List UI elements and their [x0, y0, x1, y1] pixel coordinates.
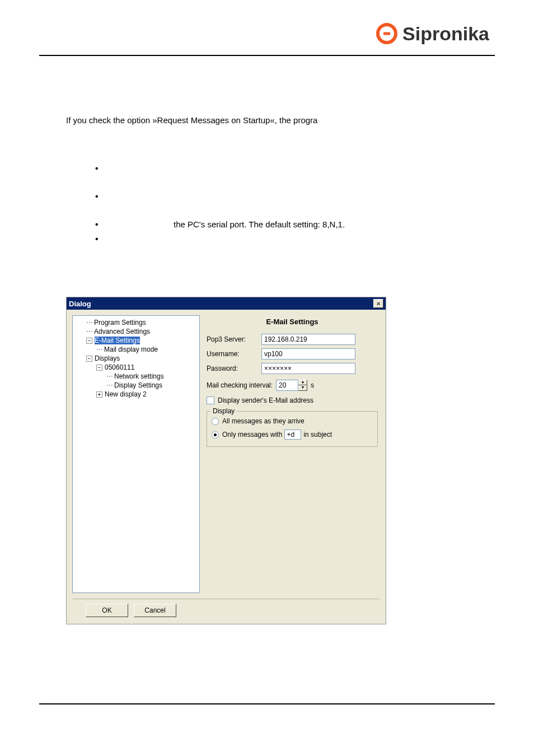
username-input[interactable]: [261, 348, 355, 360]
ok-button[interactable]: OK: [86, 604, 128, 617]
footer-divider: [39, 703, 495, 704]
bullet-2: [95, 192, 345, 202]
header-divider: [39, 55, 495, 56]
radio-only-suffix: in subject: [303, 431, 332, 438]
tree-program-settings[interactable]: ⋯Program Settings: [75, 318, 197, 327]
bullet-4: [95, 234, 345, 244]
subject-tag-input[interactable]: [284, 430, 301, 440]
panel-title: E-Mail Settings: [207, 318, 378, 326]
display-group: Display All messages as they arrive Only…: [207, 411, 378, 447]
tree-mail-display-mode[interactable]: ⋯Mail display mode: [75, 345, 197, 354]
tree-display-settings[interactable]: ⋯Display Settings: [75, 381, 197, 390]
tree-displays[interactable]: −Displays: [75, 354, 197, 363]
interval-input[interactable]: [276, 380, 298, 391]
dialog-titlebar[interactable]: Dialog ✕: [67, 297, 386, 310]
settings-tree[interactable]: ⋯Program Settings ⋯Advanced Settings −E-…: [72, 315, 200, 593]
password-input[interactable]: [261, 363, 355, 374]
collapse-icon[interactable]: −: [86, 338, 92, 344]
radio-all-label: All messages as they arrive: [222, 417, 305, 425]
collapse-icon[interactable]: −: [96, 365, 102, 371]
dialog-body: ⋯Program Settings ⋯Advanced Settings −E-…: [67, 310, 386, 599]
bullet-3: the PC's serial port. The default settin…: [95, 220, 345, 230]
chevron-up-icon[interactable]: ▲: [298, 380, 307, 385]
show-sender-label: Display sender's E-Mail address: [218, 396, 313, 404]
dialog-title: Dialog: [69, 300, 91, 308]
tree-advanced-settings[interactable]: ⋯Advanced Settings: [75, 327, 197, 336]
show-sender-checkbox[interactable]: [207, 396, 214, 404]
tree-email-settings[interactable]: −E-Mail Settings: [75, 336, 197, 345]
interval-stepper[interactable]: ▲ ▼: [298, 380, 307, 391]
dialog-buttons: OK Cancel: [72, 599, 380, 624]
bullet-3-line-2: the PC's serial port. The default settin…: [174, 220, 345, 229]
interval-unit: s: [311, 381, 314, 389]
pop3-input[interactable]: [261, 334, 355, 345]
password-label: Password:: [207, 365, 261, 372]
display-group-legend: Display: [210, 407, 237, 415]
brand-logo-icon: [376, 22, 398, 45]
cancel-button[interactable]: Cancel: [134, 604, 176, 617]
chevron-down-icon[interactable]: ▼: [298, 385, 307, 391]
email-settings-panel: E-Mail Settings Pop3 Server: Username: P…: [204, 315, 380, 593]
bullet-1: [95, 164, 345, 174]
tree-network-settings[interactable]: ⋯Network settings: [75, 372, 197, 381]
radio-all-messages[interactable]: [212, 418, 219, 425]
username-label: Username:: [207, 350, 261, 358]
radio-only-prefix: Only messages with: [222, 431, 282, 438]
tree-display-id[interactable]: −05060111: [75, 363, 197, 372]
expand-icon[interactable]: +: [96, 391, 102, 398]
pop3-label: Pop3 Server:: [207, 335, 261, 343]
radio-only-messages[interactable]: [212, 431, 219, 438]
tree-new-display-2[interactable]: +New display 2: [75, 390, 197, 399]
close-icon[interactable]: ✕: [373, 299, 383, 308]
intro-paragraph: If you check the option »Request Message…: [66, 115, 317, 125]
interval-label: Mail checking interval:: [207, 381, 273, 389]
settings-dialog: Dialog ✕ ⋯Program Settings ⋯Advanced Set…: [66, 297, 386, 624]
bullet-list: the PC's serial port. The default settin…: [95, 164, 345, 262]
page-header: Sipronika: [376, 22, 489, 45]
collapse-icon[interactable]: −: [86, 356, 92, 362]
brand-name: Sipronika: [402, 23, 489, 45]
